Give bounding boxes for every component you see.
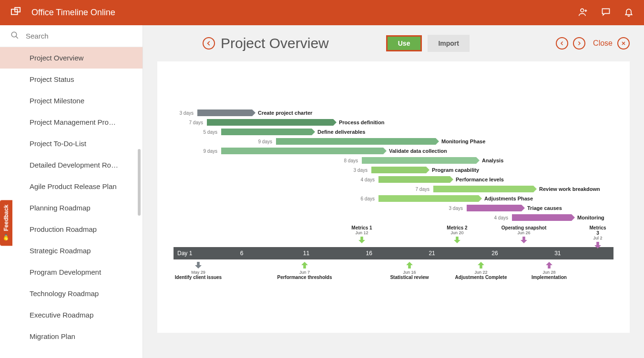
task-bar (371, 167, 426, 173)
sidebar-scrollbar[interactable] (138, 149, 141, 216)
task-row: 3 daysCreate project charter (197, 109, 312, 117)
content-area: Project Overview Use Import Close Day 16… (143, 25, 644, 358)
app-header: Office Timeline Online (0, 0, 644, 25)
sidebar-item-planning-roadmap[interactable]: Planning Roadmap (0, 197, 143, 219)
axis-tick: Day 1 (174, 247, 236, 259)
task-row: 7 daysReview work breakdown (433, 185, 600, 193)
sidebar-item-project-to-do-list[interactable]: Project To-Do-List (0, 133, 143, 154)
task-duration: 7 days (189, 120, 203, 125)
task-duration: 9 days (258, 139, 272, 144)
task-label: Triage causes (527, 205, 562, 211)
close-link[interactable]: Close (593, 39, 613, 48)
bell-icon[interactable] (624, 7, 634, 19)
task-duration: 4 days (361, 177, 375, 182)
timeline-preview: Day 161116212631 3 daysCreate project ch… (157, 61, 630, 333)
task-bar (433, 186, 533, 192)
page-title: Project Overview (221, 35, 329, 51)
sidebar-item-detailed-development-ro-[interactable]: Detailed Development Ro… (0, 154, 143, 176)
sidebar-item-technology-roadmap[interactable]: Technology Roadmap (0, 283, 143, 304)
axis-tick: 21 (425, 247, 488, 259)
task-duration: 7 days (416, 187, 429, 192)
task-label: Adjustments Phase (484, 196, 533, 201)
task-bar (378, 195, 479, 202)
user-add-icon[interactable] (578, 7, 588, 19)
milestone-bottom: Jun 7Performance thresholds (277, 260, 332, 280)
sidebar-item-project-overview[interactable]: Project Overview (0, 47, 143, 69)
milestone-top: Metrics 2Jun 20 (447, 225, 467, 245)
prev-template-button[interactable] (556, 37, 568, 50)
task-duration: 5 days (204, 129, 217, 135)
sidebar-item-project-milestone[interactable]: Project Milestone (0, 90, 143, 111)
task-label: Process definition (339, 119, 384, 125)
task-label: Analysis (482, 158, 503, 163)
next-template-button[interactable] (573, 37, 585, 50)
comment-icon[interactable] (601, 7, 611, 19)
task-row: 7 daysProcess definition (207, 119, 384, 126)
sidebar: Project OverviewProject StatusProject Mi… (0, 25, 143, 358)
task-bar (207, 119, 333, 126)
task-label: Validate data collection (389, 148, 447, 154)
use-button[interactable]: Use (386, 35, 422, 51)
task-label: Program capability (432, 167, 479, 173)
sidebar-item-strategic-roadmap[interactable]: Strategic Roadmap (0, 240, 143, 261)
task-duration: 6 days (361, 196, 375, 201)
axis-tick: 16 (362, 247, 425, 259)
sidebar-item-agile-product-release-plan[interactable]: Agile Product Release Plan (0, 176, 143, 197)
task-bar (512, 214, 572, 221)
sidebar-item-project-management-pro-[interactable]: Project Management Pro… (0, 111, 143, 133)
task-row: 8 daysAnalysis (362, 157, 503, 164)
task-label: Monitoring (577, 215, 604, 220)
sidebar-item-project-status[interactable]: Project Status (0, 69, 143, 90)
milestone-top: Metrics 1Jun 12 (351, 225, 372, 245)
milestone-bottom: Jun 22Adjustments Complete (455, 260, 507, 280)
task-label: Define deliverables (317, 129, 365, 135)
axis-tick: 26 (488, 247, 551, 259)
search-input[interactable] (26, 32, 132, 40)
task-duration: 4 days (494, 215, 508, 220)
close-button[interactable] (617, 37, 630, 50)
task-label: Review work breakdown (539, 186, 600, 192)
axis-tick: 11 (299, 247, 362, 259)
task-bar (221, 129, 312, 135)
app-logo-icon (10, 7, 21, 19)
task-row: 4 daysPerformance levels (378, 176, 504, 183)
sidebar-item-executive-roadmap[interactable]: Executive Roadmap (0, 304, 143, 326)
svg-line-6 (16, 36, 18, 39)
task-duration: 3 days (354, 168, 368, 173)
task-label: Performance levels (456, 177, 504, 182)
task-duration: 9 days (204, 149, 217, 154)
axis-tick: 6 (236, 247, 299, 259)
back-button[interactable] (203, 37, 215, 50)
task-row: 5 daysDefine deliverables (221, 128, 365, 136)
milestone-top: Metrics 3Jul 2 (589, 225, 606, 250)
task-bar (221, 148, 383, 154)
task-bar (378, 176, 450, 183)
milestone-bottom: Jun 16Statistical review (390, 260, 429, 280)
lightbulb-icon: 💡 (3, 234, 10, 241)
svg-point-5 (11, 32, 17, 37)
sidebar-item-production-roadmap[interactable]: Production Roadmap (0, 219, 143, 240)
task-duration: 8 days (344, 158, 358, 163)
task-bar (197, 109, 252, 116)
template-list[interactable]: Project OverviewProject StatusProject Mi… (0, 47, 143, 358)
task-row: 9 daysMonitoring Phase (276, 138, 485, 145)
task-bar (362, 157, 476, 164)
task-bar (276, 138, 436, 145)
svg-point-2 (581, 9, 584, 12)
task-row: 9 daysValidate data collection (221, 147, 447, 155)
timeline-axis: Day 161116212631 (174, 247, 613, 259)
sidebar-item-program-development[interactable]: Program Development (0, 261, 143, 283)
feedback-tab[interactable]: 💡 Feedback (0, 200, 12, 246)
milestone-top: Operating snapshotJun 26 (501, 225, 546, 245)
task-bar (467, 205, 521, 211)
task-row: 6 daysAdjustments Phase (378, 195, 533, 202)
task-label: Monitoring Phase (441, 139, 485, 144)
sidebar-item-migration-plan[interactable]: Migration Plan (0, 326, 143, 347)
task-row: 3 daysProgram capability (371, 166, 479, 174)
task-label: Create project charter (258, 110, 312, 116)
import-button[interactable]: Import (428, 35, 470, 52)
task-row: 4 daysMonitoring (512, 214, 604, 221)
task-row: 3 daysTriage causes (467, 204, 562, 212)
app-title: Office Timeline Online (31, 8, 578, 18)
task-duration: 3 days (180, 110, 194, 116)
